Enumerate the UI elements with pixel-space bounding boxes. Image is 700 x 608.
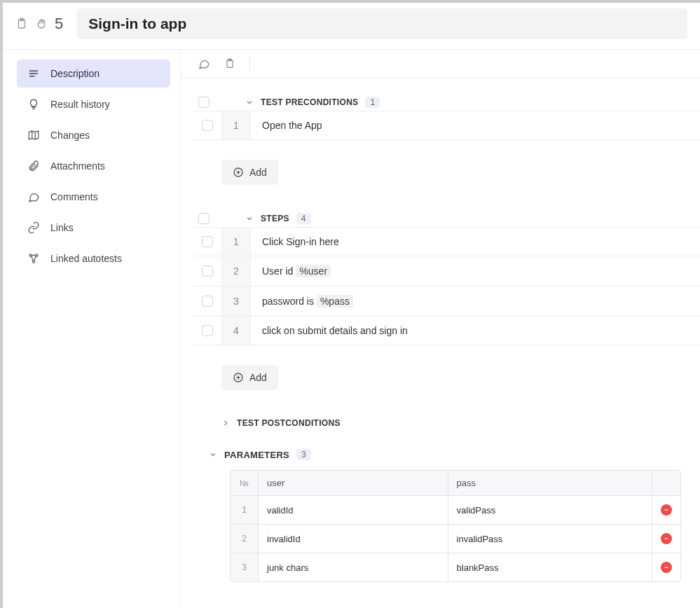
row-user[interactable]: junk chars <box>259 553 448 581</box>
lines-icon <box>27 67 41 81</box>
step-row[interactable]: 1Click Sign-in here <box>193 227 700 256</box>
step-row[interactable]: 3password is %pass <box>193 286 700 316</box>
parameter-row[interactable]: 1validIdvalidPass <box>231 496 680 525</box>
add-label: Add <box>249 167 267 178</box>
preconditions-header: TEST PRECONDITIONS 1 <box>193 94 700 111</box>
parameters-title: PARAMETERS <box>224 450 289 460</box>
sidebar-item-label: Attachments <box>50 160 105 172</box>
sidebar-item-changes[interactable]: Changes <box>17 121 170 149</box>
parameters-table: № user pass 1validIdvalidPass2invalidIdi… <box>230 470 681 582</box>
sidebar: Description Result history Changes Attac… <box>3 50 181 608</box>
add-label: Add <box>249 372 267 383</box>
parameters-count: 3 <box>296 449 311 460</box>
step-text: Open the App <box>251 111 700 139</box>
step-row[interactable]: 4click on submit details and sign in <box>193 316 700 345</box>
sidebar-item-links[interactable]: Links <box>17 214 170 242</box>
parameter-row[interactable]: 2invalidIdinvalidPass <box>231 525 680 553</box>
sidebar-item-label: Changes <box>50 130 90 141</box>
step-text: User id%user <box>251 256 700 286</box>
step-text: Click Sign-in here <box>251 228 700 256</box>
col-user[interactable]: user <box>259 471 448 496</box>
step-checkbox[interactable] <box>202 236 213 247</box>
svg-point-7 <box>33 261 35 263</box>
precondition-row[interactable]: 1 Open the App <box>193 111 700 140</box>
row-pass[interactable]: blankPass <box>448 553 652 581</box>
paperclip-icon <box>27 159 41 173</box>
sidebar-item-linked-autotests[interactable]: Linked autotests <box>17 244 170 272</box>
plus-circle-icon <box>233 167 244 178</box>
parameters-header: PARAMETERS 3 <box>209 446 700 463</box>
header: 5 Sign-in to app <box>3 3 700 45</box>
parameter-row[interactable]: 3junk charsblankPass <box>231 553 680 581</box>
steps-header: STEPS 4 <box>193 210 700 227</box>
steps-count: 4 <box>296 213 311 224</box>
sidebar-item-label: Linked autotests <box>50 253 122 264</box>
sidebar-item-attachments[interactable]: Attachments <box>17 152 170 180</box>
row-num: 3 <box>231 553 259 581</box>
chevron-down-icon[interactable] <box>245 98 254 106</box>
sidebar-item-label: Links <box>50 222 74 233</box>
row-user[interactable]: validId <box>259 496 448 525</box>
add-precondition-button[interactable]: Add <box>221 160 278 185</box>
postconditions-title: TEST POSTCONDITIONS <box>237 418 341 428</box>
comment-tab-icon[interactable] <box>198 57 210 70</box>
step-text: password is %pass <box>251 286 700 316</box>
steps-checkbox[interactable] <box>198 213 210 224</box>
sidebar-item-label: Result history <box>50 99 110 110</box>
main-content: TEST PRECONDITIONS 1 1 Open the App Add <box>181 50 700 608</box>
postconditions-header[interactable]: TEST POSTCONDITIONS <box>221 415 700 431</box>
col-pass[interactable]: pass <box>448 471 652 496</box>
step-text: click on submit details and sign in <box>251 317 700 345</box>
parameter-chip: %pass <box>317 295 353 308</box>
map-icon <box>27 128 41 142</box>
sidebar-item-description[interactable]: Description <box>17 60 170 88</box>
step-checkbox[interactable] <box>202 296 213 307</box>
step-number: 2 <box>221 256 251 286</box>
step-row[interactable]: 2User id%user <box>193 256 700 286</box>
hand-icon <box>35 18 48 30</box>
clipboard-icon <box>15 18 28 30</box>
step-checkbox[interactable] <box>202 265 213 277</box>
row-num: 2 <box>231 525 259 553</box>
step-number: 4 <box>221 317 251 345</box>
page-title: Sign-in to app <box>88 15 676 32</box>
header-icons: 5 <box>15 15 63 33</box>
sidebar-item-label: Comments <box>50 191 98 202</box>
bulb-icon <box>27 97 41 111</box>
row-pass[interactable]: validPass <box>448 496 652 525</box>
toolbar-separator <box>249 57 250 71</box>
sidebar-item-comments[interactable]: Comments <box>17 183 170 211</box>
row-num: 1 <box>231 496 259 525</box>
graph-icon <box>27 251 41 265</box>
svg-point-6 <box>36 254 38 256</box>
chain-icon <box>27 221 41 235</box>
steps-title: STEPS <box>261 214 289 223</box>
preconditions-title: TEST PRECONDITIONS <box>261 97 358 107</box>
plus-circle-icon <box>233 372 244 383</box>
row-user[interactable]: invalidId <box>259 525 448 553</box>
preconditions-checkbox[interactable] <box>198 97 210 108</box>
remove-row-button[interactable] <box>661 562 672 573</box>
step-checkbox[interactable] <box>202 120 213 131</box>
chevron-down-icon[interactable] <box>209 450 217 459</box>
chat-icon <box>27 190 41 204</box>
parameter-chip: %user <box>296 265 331 277</box>
sidebar-item-result-history[interactable]: Result history <box>17 90 170 118</box>
clipboard-tab-icon[interactable] <box>224 57 235 70</box>
svg-point-5 <box>29 254 32 256</box>
sidebar-item-label: Description <box>50 68 99 79</box>
step-checkbox[interactable] <box>202 325 213 336</box>
remove-row-button[interactable] <box>661 533 672 544</box>
test-id: 5 <box>55 15 63 33</box>
step-number: 1 <box>221 111 251 139</box>
row-pass[interactable]: invalidPass <box>448 525 652 553</box>
col-num: № <box>231 471 259 496</box>
chevron-right-icon[interactable] <box>221 419 230 427</box>
remove-row-button[interactable] <box>661 504 672 516</box>
content-toolbar <box>181 50 700 78</box>
title-bar[interactable]: Sign-in to app <box>77 8 687 39</box>
col-action <box>652 471 680 496</box>
chevron-down-icon[interactable] <box>245 214 254 223</box>
step-number: 1 <box>221 228 251 256</box>
add-step-button[interactable]: Add <box>221 365 278 390</box>
